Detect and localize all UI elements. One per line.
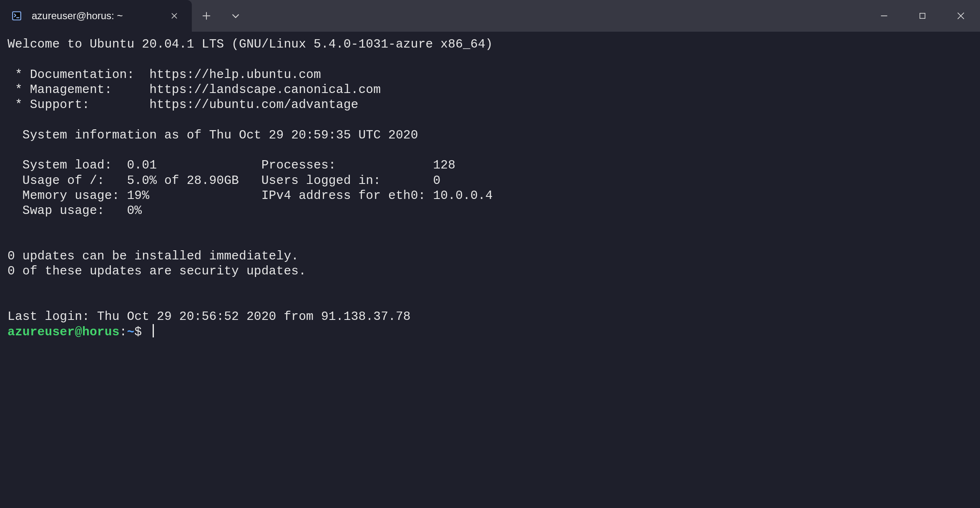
motd-sysinfo-header: System information as of Thu Oct 29 20:5… [8,128,418,142]
motd-welcome-line: Welcome to Ubuntu 20.04.1 LTS (GNU/Linux… [8,37,493,51]
prompt-symbol: $ [134,325,142,339]
window-close-button[interactable] [942,0,980,32]
new-tab-button[interactable] [192,0,221,32]
motd-updates-line: 0 updates can be installed immediately. [8,249,299,263]
window-maximize-button[interactable] [903,0,942,32]
motd-link-mgmt: * Management: https://landscape.canonica… [8,83,381,97]
terminal-cursor [153,324,154,337]
motd-stats-line: Swap usage: 0% [8,204,142,218]
shell-prompt: azureuser@horus:~$ [8,325,142,339]
motd-updates-line: 0 of these updates are security updates. [8,264,306,278]
title-bar: azureuser@horus: ~ [0,0,980,32]
tab-close-button[interactable] [167,8,182,23]
window-minimize-button[interactable] [865,0,903,32]
window-controls [865,0,980,32]
tab-dropdown-button[interactable] [221,0,250,32]
motd-stats-line: Memory usage: 19% IPv4 address for eth0:… [8,189,493,203]
terminal-output[interactable]: Welcome to Ubuntu 20.04.1 LTS (GNU/Linux… [0,32,980,508]
svg-rect-1 [920,13,925,18]
terminal-tab[interactable]: azureuser@horus: ~ [0,0,192,32]
title-bar-drag-region[interactable] [250,0,865,32]
prompt-cwd: ~ [127,325,134,339]
last-login-line: Last login: Thu Oct 29 20:56:52 2020 fro… [8,309,411,324]
motd-stats-line: System load: 0.01 Processes: 128 [8,158,455,172]
motd-link-support: * Support: https://ubuntu.com/advantage [8,98,358,112]
prompt-user-host: azureuser@horus [8,325,120,339]
terminal-tab-icon [11,10,23,22]
motd-link-doc: * Documentation: https://help.ubuntu.com [8,68,321,82]
motd-stats-line: Usage of /: 5.0% of 28.90GB Users logged… [8,174,440,188]
tab-title: azureuser@horus: ~ [32,10,158,22]
tabbar-controls [192,0,250,32]
svg-rect-0 [13,12,21,20]
